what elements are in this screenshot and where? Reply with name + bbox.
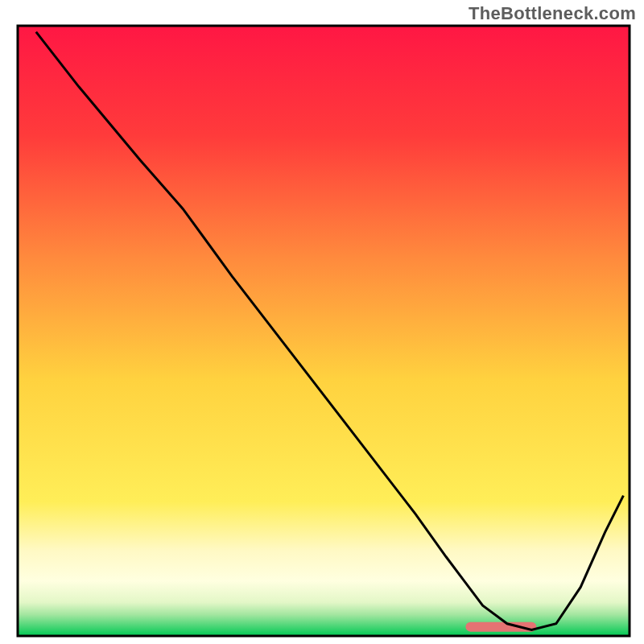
chart-stage: TheBottleneck.com — [0, 0, 644, 644]
chart-svg — [0, 0, 644, 644]
plot-background — [18, 26, 630, 636]
